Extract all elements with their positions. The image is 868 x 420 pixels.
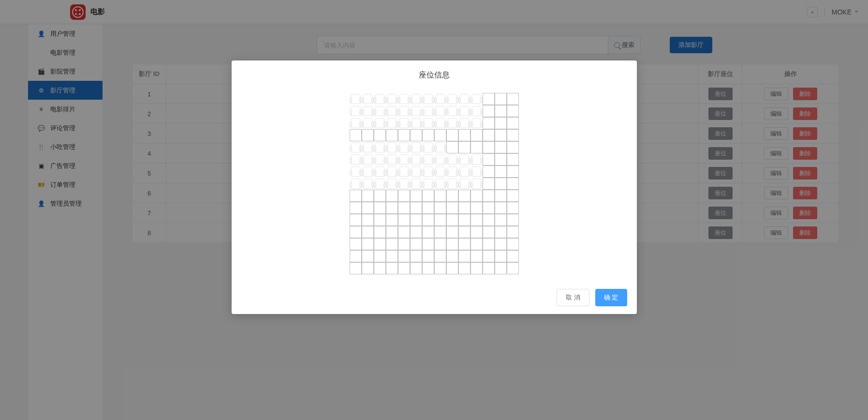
seat-occupied[interactable] bbox=[398, 165, 410, 178]
seat-empty[interactable] bbox=[374, 190, 386, 202]
seat-empty[interactable] bbox=[350, 129, 362, 141]
seat-empty[interactable] bbox=[422, 250, 434, 262]
seat-occupied[interactable] bbox=[422, 153, 434, 165]
seat-empty[interactable] bbox=[362, 238, 374, 250]
seat-empty[interactable] bbox=[495, 129, 507, 141]
seat-empty[interactable] bbox=[471, 238, 483, 250]
seat-occupied[interactable] bbox=[471, 165, 483, 178]
seat-occupied[interactable] bbox=[350, 178, 362, 190]
seat-empty[interactable] bbox=[483, 117, 495, 129]
seat-occupied[interactable] bbox=[422, 117, 434, 129]
seat-occupied[interactable] bbox=[398, 105, 410, 117]
seat-empty[interactable] bbox=[386, 202, 398, 214]
seat-empty[interactable] bbox=[458, 190, 471, 202]
seat-empty[interactable] bbox=[446, 129, 458, 141]
seat-occupied[interactable] bbox=[458, 117, 471, 129]
seat-occupied[interactable] bbox=[434, 117, 446, 129]
seat-empty[interactable] bbox=[471, 202, 483, 214]
seat-occupied[interactable] bbox=[398, 153, 410, 165]
seat-occupied[interactable] bbox=[386, 178, 398, 190]
seat-empty[interactable] bbox=[507, 250, 519, 262]
seat-empty[interactable] bbox=[422, 262, 434, 274]
seat-occupied[interactable] bbox=[471, 93, 483, 105]
seat-occupied[interactable] bbox=[471, 178, 483, 190]
seat-empty[interactable] bbox=[483, 129, 495, 141]
seat-occupied[interactable] bbox=[362, 117, 374, 129]
seat-occupied[interactable] bbox=[374, 141, 386, 153]
seat-empty[interactable] bbox=[495, 262, 507, 274]
seat-empty[interactable] bbox=[446, 202, 458, 214]
seat-occupied[interactable] bbox=[458, 93, 471, 105]
seat-empty[interactable] bbox=[410, 202, 422, 214]
seat-occupied[interactable] bbox=[362, 153, 374, 165]
seat-empty[interactable] bbox=[386, 226, 398, 238]
seat-empty[interactable] bbox=[495, 153, 507, 165]
seat-empty[interactable] bbox=[362, 214, 374, 226]
seat-empty[interactable] bbox=[507, 105, 519, 117]
seat-empty[interactable] bbox=[410, 262, 422, 274]
seat-occupied[interactable] bbox=[422, 178, 434, 190]
seat-occupied[interactable] bbox=[458, 153, 471, 165]
seat-empty[interactable] bbox=[507, 153, 519, 165]
seat-empty[interactable] bbox=[434, 226, 446, 238]
seat-empty[interactable] bbox=[507, 202, 519, 214]
seat-empty[interactable] bbox=[495, 250, 507, 262]
seat-occupied[interactable] bbox=[410, 117, 422, 129]
seat-empty[interactable] bbox=[362, 226, 374, 238]
seat-empty[interactable] bbox=[446, 141, 458, 153]
seat-empty[interactable] bbox=[410, 129, 422, 141]
seat-empty[interactable] bbox=[350, 238, 362, 250]
seat-occupied[interactable] bbox=[362, 93, 374, 105]
seat-empty[interactable] bbox=[410, 190, 422, 202]
seat-empty[interactable] bbox=[483, 226, 495, 238]
seat-occupied[interactable] bbox=[374, 117, 386, 129]
seat-empty[interactable] bbox=[507, 190, 519, 202]
seat-empty[interactable] bbox=[434, 238, 446, 250]
seat-empty[interactable] bbox=[350, 190, 362, 202]
seat-occupied[interactable] bbox=[458, 165, 471, 178]
seat-occupied[interactable] bbox=[398, 178, 410, 190]
seat-occupied[interactable] bbox=[471, 105, 483, 117]
seat-occupied[interactable] bbox=[434, 93, 446, 105]
seat-empty[interactable] bbox=[398, 190, 410, 202]
seat-occupied[interactable] bbox=[386, 141, 398, 153]
seat-empty[interactable] bbox=[362, 129, 374, 141]
seat-empty[interactable] bbox=[398, 226, 410, 238]
seat-empty[interactable] bbox=[495, 214, 507, 226]
seat-empty[interactable] bbox=[374, 202, 386, 214]
seat-empty[interactable] bbox=[398, 129, 410, 141]
seat-empty[interactable] bbox=[483, 250, 495, 262]
seat-empty[interactable] bbox=[483, 141, 495, 153]
seat-empty[interactable] bbox=[374, 262, 386, 274]
seat-empty[interactable] bbox=[483, 93, 495, 105]
seat-empty[interactable] bbox=[422, 190, 434, 202]
seat-empty[interactable] bbox=[350, 262, 362, 274]
seat-occupied[interactable] bbox=[410, 141, 422, 153]
seat-occupied[interactable] bbox=[410, 153, 422, 165]
seat-occupied[interactable] bbox=[362, 178, 374, 190]
seat-empty[interactable] bbox=[386, 238, 398, 250]
seat-empty[interactable] bbox=[386, 214, 398, 226]
seat-occupied[interactable] bbox=[386, 93, 398, 105]
seat-occupied[interactable] bbox=[446, 117, 458, 129]
seat-empty[interactable] bbox=[398, 238, 410, 250]
seat-empty[interactable] bbox=[458, 262, 471, 274]
seat-empty[interactable] bbox=[495, 141, 507, 153]
seat-empty[interactable] bbox=[374, 226, 386, 238]
seat-empty[interactable] bbox=[458, 202, 471, 214]
seat-empty[interactable] bbox=[386, 250, 398, 262]
seat-empty[interactable] bbox=[495, 190, 507, 202]
seat-empty[interactable] bbox=[422, 214, 434, 226]
seat-occupied[interactable] bbox=[458, 105, 471, 117]
seat-empty[interactable] bbox=[471, 226, 483, 238]
seat-occupied[interactable] bbox=[446, 178, 458, 190]
seat-empty[interactable] bbox=[422, 226, 434, 238]
seat-occupied[interactable] bbox=[434, 178, 446, 190]
seat-occupied[interactable] bbox=[398, 141, 410, 153]
seat-empty[interactable] bbox=[458, 226, 471, 238]
seat-empty[interactable] bbox=[446, 262, 458, 274]
seat-occupied[interactable] bbox=[422, 93, 434, 105]
seat-empty[interactable] bbox=[458, 250, 471, 262]
seat-occupied[interactable] bbox=[434, 141, 446, 153]
seat-occupied[interactable] bbox=[422, 141, 434, 153]
